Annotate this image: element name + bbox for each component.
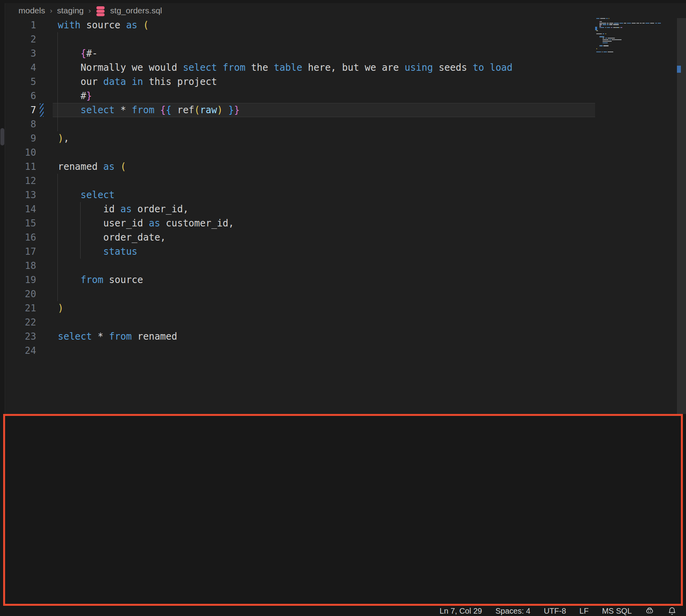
breadcrumb-separator: ›: [89, 6, 91, 15]
line-number: 9: [5, 131, 36, 145]
code-editor[interactable]: 1with source as (23 {#-4 Normally we wou…: [5, 18, 596, 364]
bell-icon[interactable]: [668, 607, 677, 616]
code-line[interactable]: 10: [5, 145, 596, 160]
code-line[interactable]: 7 select * from {{ ref(raw) }}: [5, 103, 596, 117]
line-number: 11: [5, 160, 36, 174]
minimap-line: [596, 36, 604, 37]
code-text: user_id as customer_id,: [58, 216, 234, 230]
status-bar: Ln 7, Col 29Spaces: 4UTF-8LFMS SQL: [0, 606, 686, 616]
code-line[interactable]: 12: [5, 174, 596, 188]
indent-guide: [80, 202, 81, 259]
code-text: id as order_id,: [58, 202, 188, 216]
code-line[interactable]: 11renamed as (: [5, 160, 596, 174]
code-text: order_date,: [58, 230, 166, 245]
code-line[interactable]: 21): [5, 301, 596, 315]
status-indentation[interactable]: Spaces: 4: [495, 606, 530, 616]
status-encoding[interactable]: UTF-8: [544, 606, 566, 616]
editor-scrollbar[interactable]: [677, 18, 686, 414]
code-text: ),: [58, 131, 69, 145]
minimap-line: [596, 33, 606, 34]
code-text: renamed as (: [58, 160, 126, 174]
line-number: 15: [5, 216, 36, 230]
minimap-line: [596, 45, 609, 46]
line-number: 2: [5, 32, 36, 46]
left-gutter-strip: [0, 3, 5, 414]
line-number: 20: [5, 287, 36, 301]
modified-line-marker: [40, 103, 44, 117]
copilot-icon[interactable]: [645, 607, 654, 616]
code-line[interactable]: 9),: [5, 131, 596, 145]
code-text: select: [58, 188, 115, 202]
code-line[interactable]: 3 {#-: [5, 46, 596, 61]
code-line[interactable]: 4 Normally we would select from the tabl…: [5, 61, 596, 75]
code-line[interactable]: 1with source as (: [5, 18, 596, 32]
minimap-line: [596, 21, 602, 22]
indent-guide: [57, 174, 58, 301]
code-text: ): [58, 301, 63, 315]
minimap[interactable]: [596, 18, 675, 65]
indent-guide: [57, 32, 58, 131]
line-number: 23: [5, 329, 36, 344]
line-number: 22: [5, 315, 36, 329]
line-number: 4: [5, 61, 36, 75]
minimap-line: [596, 41, 612, 42]
code-line[interactable]: 14 id as order_id,: [5, 202, 596, 216]
line-number: 1: [5, 18, 36, 32]
code-line[interactable]: 6 #}: [5, 89, 596, 103]
code-line[interactable]: 20: [5, 287, 596, 301]
code-line[interactable]: 22: [5, 315, 596, 329]
minimap-line: [596, 30, 598, 31]
minimap-line: [596, 27, 622, 28]
code-line[interactable]: 2: [5, 32, 596, 46]
minimap-modified-marker: [595, 27, 597, 30]
line-number: 12: [5, 174, 36, 188]
overview-ruler-modified-marker: [677, 66, 681, 73]
line-number: 18: [5, 259, 36, 273]
breadcrumb-folder[interactable]: models: [18, 6, 45, 15]
status-language-mode[interactable]: MS SQL: [602, 606, 632, 616]
code-line[interactable]: 5 our data in this project: [5, 75, 596, 89]
code-line[interactable]: 18: [5, 259, 596, 273]
code-text: {#-: [58, 46, 98, 61]
minimap-line: [596, 42, 608, 43]
code-line[interactable]: 16 order_date,: [5, 230, 596, 245]
code-line[interactable]: 13 select: [5, 188, 596, 202]
breadcrumb: models › staging › stg_orders.sql: [18, 3, 162, 18]
line-number: 13: [5, 188, 36, 202]
code-text: Normally we would select from the table …: [58, 61, 513, 75]
code-line[interactable]: 19 from source: [5, 273, 596, 287]
line-number: 21: [5, 301, 36, 315]
code-text: status: [58, 245, 137, 259]
minimap-line: [596, 38, 615, 39]
breadcrumb-file[interactable]: stg_orders.sql: [110, 6, 162, 15]
line-number: 17: [5, 245, 36, 259]
code-line[interactable]: 15 user_id as customer_id,: [5, 216, 596, 230]
code-line[interactable]: 23select * from renamed: [5, 329, 596, 344]
minimap-line: [596, 23, 661, 24]
tab-bar-edge: [0, 0, 686, 3]
code-text: from source: [58, 273, 143, 287]
left-scrollbar-thumb[interactable]: [0, 128, 4, 145]
line-number: 5: [5, 75, 36, 89]
code-line[interactable]: 8: [5, 117, 596, 131]
line-number: 7: [5, 103, 36, 117]
code-text: our data in this project: [58, 75, 217, 89]
minimap-line: [596, 18, 609, 19]
status-eol[interactable]: LF: [579, 606, 588, 616]
bottom-panel: PROBLEMSOUTPUTTERMINALPORTSLINEAGEQUERY …: [0, 414, 686, 606]
line-number: 24: [5, 344, 36, 358]
line-number: 10: [5, 145, 36, 160]
line-number: 8: [5, 117, 36, 131]
line-number: 3: [5, 46, 36, 61]
code-line[interactable]: 24: [5, 344, 596, 358]
line-number: 16: [5, 230, 36, 245]
code-text: select * from {{ ref(raw) }}: [58, 103, 240, 117]
minimap-line: [596, 39, 621, 40]
code-text: select * from renamed: [58, 329, 177, 344]
minimap-line: [596, 48, 597, 49]
breadcrumb-folder[interactable]: staging: [57, 6, 84, 15]
code-line[interactable]: 17 status: [5, 245, 596, 259]
minimap-line: [596, 51, 613, 52]
status-cursor-position[interactable]: Ln 7, Col 29: [440, 606, 482, 616]
code-text: with source as (: [58, 18, 149, 32]
